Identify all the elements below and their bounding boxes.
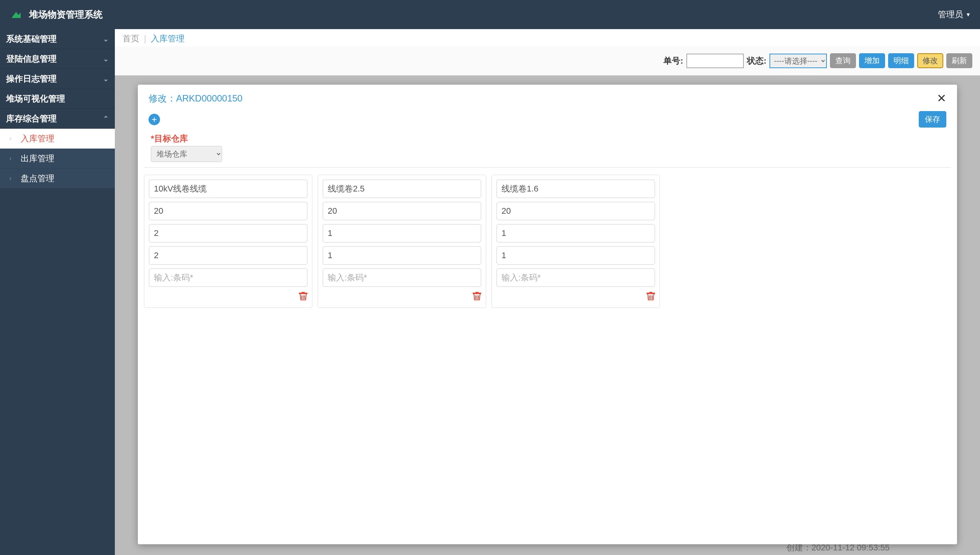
sidebar: 系统基础管理 ⌄ 登陆信息管理 ⌄ 操作日志管理 ⌄ 堆场可视化管理 库存综合管… [0, 29, 115, 555]
logo-icon [9, 9, 23, 20]
sidebar-item-system-base[interactable]: 系统基础管理 ⌄ [0, 29, 115, 49]
item-name-input[interactable] [497, 180, 655, 198]
item-field3-input[interactable] [149, 224, 307, 242]
chevron-down-icon: ⌄ [103, 55, 109, 63]
sidebar-sub-label: 出库管理 [21, 153, 54, 164]
detail-button[interactable]: 明细 [888, 53, 914, 68]
breadcrumb-separator: | [144, 34, 146, 43]
filter-toolbar: 单号: 状态: ----请选择---- 查询 增加 明细 修改 刷新 [115, 46, 980, 75]
chevron-down-icon: ⌄ [103, 75, 109, 83]
sidebar-label: 系统基础管理 [6, 33, 57, 45]
item-card [492, 175, 660, 308]
target-section: *目标仓库 堆场仓库 [138, 129, 957, 167]
chevron-right-icon: › [9, 154, 11, 162]
item-field3-input[interactable] [323, 224, 481, 242]
breadcrumb: 首页 | 入库管理 [115, 29, 980, 49]
sidebar-sub-outbound[interactable]: › 出库管理 [0, 149, 115, 169]
item-field3-input[interactable] [497, 224, 655, 242]
content-area: 首页 | 入库管理 创建：2020-11-12 09:53:55 单号: 状态:… [115, 29, 980, 555]
item-field4-input[interactable] [497, 246, 655, 265]
item-card [144, 175, 312, 308]
save-button[interactable]: 保存 [919, 111, 946, 128]
status-label: 状态: [747, 55, 766, 67]
item-barcode-input[interactable] [497, 268, 655, 287]
item-barcode-input[interactable] [149, 268, 307, 287]
edit-button[interactable]: 修改 [917, 53, 943, 68]
close-icon[interactable]: ✕ [937, 92, 946, 105]
chevron-down-icon: ⌄ [103, 35, 109, 43]
order-input[interactable] [686, 54, 744, 68]
sidebar-sub-stocktake[interactable]: › 盘点管理 [0, 169, 115, 188]
item-field2-input[interactable] [323, 202, 481, 220]
modal-overlay: 单号: 状态: ----请选择---- 查询 增加 明细 修改 刷新 [115, 46, 980, 555]
edit-modal: 修改：ARKD00000150 ✕ + 保存 *目标仓库 堆场仓库 [138, 85, 957, 544]
sidebar-sub-label: 盘点管理 [21, 173, 54, 184]
trash-icon[interactable] [647, 291, 655, 303]
chevron-right-icon: › [9, 134, 11, 142]
item-field2-input[interactable] [497, 202, 655, 220]
item-barcode-input[interactable] [323, 268, 481, 287]
item-name-input[interactable] [323, 180, 481, 198]
status-select[interactable]: ----请选择---- [769, 54, 827, 68]
item-field2-input[interactable] [149, 202, 307, 220]
top-header: 堆场物资管理系统 管理员 ▼ [0, 0, 980, 29]
sidebar-item-login-info[interactable]: 登陆信息管理 ⌄ [0, 49, 115, 69]
item-name-input[interactable] [149, 180, 307, 198]
add-item-button[interactable]: + [149, 114, 160, 125]
target-warehouse-select[interactable]: 堆场仓库 [151, 146, 222, 162]
item-card [318, 175, 486, 308]
chevron-right-icon: › [9, 174, 11, 182]
user-label: 管理员 [938, 9, 963, 20]
refresh-button[interactable]: 刷新 [946, 53, 972, 68]
caret-down-icon: ▼ [965, 11, 971, 18]
trash-icon[interactable] [299, 291, 307, 303]
item-field4-input[interactable] [323, 246, 481, 265]
sidebar-item-yard-visual[interactable]: 堆场可视化管理 [0, 89, 115, 109]
add-button[interactable]: 增加 [859, 53, 885, 68]
chevron-up-icon: ⌃ [103, 115, 109, 123]
user-dropdown[interactable]: 管理员 ▼ [938, 9, 971, 20]
modal-title: 修改：ARKD00000150 [149, 92, 242, 105]
trash-icon[interactable] [473, 291, 481, 303]
item-field4-input[interactable] [149, 246, 307, 265]
order-label: 单号: [663, 55, 683, 67]
modal-actions: + 保存 [138, 110, 957, 129]
target-warehouse-label: *目标仓库 [151, 133, 946, 144]
sidebar-item-inventory[interactable]: 库存综合管理 ⌃ [0, 109, 115, 129]
sidebar-label: 操作日志管理 [6, 73, 57, 85]
sidebar-sub-inbound[interactable]: › 入库管理 [0, 129, 115, 149]
breadcrumb-current[interactable]: 入库管理 [151, 34, 185, 43]
sidebar-sub-label: 入库管理 [21, 133, 54, 144]
sidebar-label: 库存综合管理 [6, 113, 57, 124]
query-button[interactable]: 查询 [830, 53, 856, 68]
app-title: 堆场物资管理系统 [29, 8, 938, 21]
items-row [138, 168, 957, 315]
sidebar-item-op-log[interactable]: 操作日志管理 ⌄ [0, 69, 115, 89]
sidebar-label: 登陆信息管理 [6, 53, 57, 65]
breadcrumb-home[interactable]: 首页 [122, 34, 139, 43]
modal-header: 修改：ARKD00000150 ✕ [138, 85, 957, 110]
sidebar-label: 堆场可视化管理 [6, 93, 65, 105]
